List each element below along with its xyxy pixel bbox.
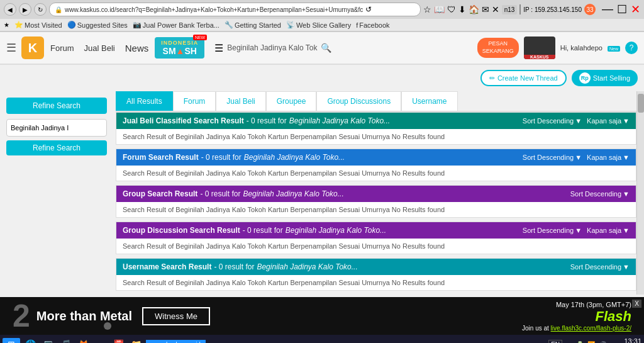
ad-number: 2	[13, 298, 30, 334]
witness-me-button[interactable]: Witness Me	[142, 307, 210, 325]
result-title-jual-beli: Jual Beli Classified Search Result	[123, 116, 244, 125]
bookmark-most-visited[interactable]: ⭐ Most Visited	[14, 21, 62, 29]
bookmark-facebook[interactable]: f Facebook	[356, 21, 389, 29]
result-forum: Forum Search Result - 0 result for Begin…	[116, 149, 636, 181]
search-sidebar-input[interactable]	[6, 119, 107, 137]
star-icon[interactable]: ☆	[423, 4, 431, 14]
pesan-button[interactable]: PESANSEKARANG	[477, 38, 519, 57]
home-icon[interactable]: 🏠	[469, 4, 479, 14]
result-body-username: Search Result of Beginilah Jadinya Kalo …	[116, 275, 636, 290]
search-preview-text: Beginilah Jadinya Kalo Tok	[227, 43, 317, 52]
browser-right-icons: ☆ 📖 🛡 ⬇ 🏠 ✉ ✕ n13 IP : 159.253.145.150 3…	[423, 4, 596, 15]
sort-dropdown-forum[interactable]: Sort Descending ▼	[523, 154, 582, 161]
result-count-jual-beli: - 0 result for	[247, 116, 287, 125]
bookmark-web-slice[interactable]: 📡 Web Slice Gallery	[286, 21, 351, 29]
result-count-username: - 0 result for	[214, 262, 254, 271]
result-username: Username Search Result - 0 result for Be…	[116, 258, 636, 291]
result-count-group: - 0 result for	[200, 189, 240, 198]
help-icon[interactable]: ?	[625, 42, 638, 54]
scrollbar[interactable]	[636, 91, 644, 295]
sort-dropdown-jual-beli[interactable]: Sort Descending ▼	[523, 117, 582, 125]
close-browser-icon[interactable]: ✕	[631, 3, 640, 16]
tab-forum[interactable]: Forum	[173, 91, 216, 111]
result-query-username: Beginilah Jadinya Kalo Toko...	[257, 262, 357, 271]
taskbar-firefox-icon[interactable]: 🦊	[75, 337, 91, 343]
bookmarks-bar: ★ ⭐ Most Visited 🔵 Suggested Sites 📷 Jua…	[0, 19, 644, 31]
nav-jual-beli[interactable]: Jual Beli	[84, 43, 115, 53]
sort-dropdown-username[interactable]: Sort Descending ▼	[570, 263, 630, 271]
language-indicator[interactable]: EN	[548, 340, 562, 344]
create-thread-icon: ✏	[489, 74, 495, 82]
taskbar-explorer-icon[interactable]: 💻	[40, 337, 55, 343]
menu-sub-icon[interactable]: ☰	[214, 42, 223, 54]
bookmark-icon[interactable]: 📖	[434, 4, 445, 14]
notif-icon1[interactable]: ▲	[566, 341, 572, 344]
notif-icon3[interactable]: 📶	[587, 341, 595, 344]
refresh-button[interactable]: ↻	[34, 3, 47, 16]
refine-search-top-button[interactable]: Refine Search	[6, 98, 107, 114]
hamburger-menu[interactable]: ☰	[6, 41, 16, 55]
taskbar-chrome-icon[interactable]: ●	[93, 337, 108, 343]
result-sort-area-username: Sort Descending ▼	[570, 263, 630, 271]
rp-icon: Rp	[579, 72, 591, 84]
result-title-username: Username Search Result	[123, 262, 211, 271]
start-button[interactable]: ⊞	[3, 338, 20, 343]
ad-link[interactable]: live.flash3c.com/flash-plus-2/	[551, 325, 631, 332]
kapan-dropdown-jual-beli[interactable]: Kapan saja ▼	[587, 117, 630, 125]
download-icon[interactable]: ⬇	[458, 4, 466, 14]
result-query-forum: Beginilah Jadinya Kalo Toko...	[244, 153, 345, 162]
maximize-icon[interactable]: ☐	[617, 3, 627, 16]
minimize-icon[interactable]: —	[602, 3, 613, 16]
taskbar-folder-icon[interactable]: 📁	[128, 337, 143, 343]
sort-dropdown-group[interactable]: Sort Descending ▼	[570, 190, 630, 198]
result-body-group: Search Result of Beginilah Jadinya Kalo …	[116, 202, 636, 217]
result-header-group-discussion: Group Discussion Search Result - 0 resul…	[116, 222, 636, 239]
refine-search-button[interactable]: Refine Search	[6, 140, 107, 155]
smash-thumbnail[interactable]: KASKUS	[524, 37, 555, 59]
smash-logo: INDONESIA SM▲SH	[155, 37, 204, 59]
ad-circle-indicator[interactable]	[104, 322, 111, 330]
taskbar-ie-icon[interactable]: 🌐	[23, 337, 38, 343]
bookmark-suggested[interactable]: 🔵 Suggested Sites	[67, 21, 128, 29]
sort-dropdown-group-discussion[interactable]: Sort Descending ▼	[523, 227, 582, 234]
tab-all-results[interactable]: All Results	[116, 91, 173, 111]
mail-icon[interactable]: ✉	[482, 4, 489, 14]
address-bar[interactable]: 🔒 www.kaskus.co.id/search?q=Beginilah+Ja…	[49, 3, 421, 16]
kapan-dropdown-group-discussion[interactable]: Kapan saja ▼	[587, 227, 630, 234]
kaskus-logo[interactable]: K	[21, 37, 44, 59]
start-selling-button[interactable]: Rp Start Selling	[572, 70, 638, 86]
kapan-dropdown-forum[interactable]: Kapan saja ▼	[587, 154, 630, 161]
notif-icon4[interactable]: 🔊	[599, 341, 606, 344]
notif-icon2[interactable]: 🔋	[576, 341, 584, 344]
tab-username[interactable]: Username	[401, 91, 457, 111]
back-button[interactable]: ◀	[4, 3, 16, 16]
shield-icon[interactable]: 🛡	[447, 4, 456, 14]
create-thread-button[interactable]: ✏ Create New Thread	[480, 70, 567, 86]
result-header-username: Username Search Result - 0 result for Be…	[116, 259, 636, 275]
close-icon-x[interactable]: ✕	[492, 4, 499, 14]
refresh-in-bar[interactable]: ↺	[365, 5, 372, 14]
forward-button[interactable]: ▶	[19, 3, 31, 16]
tab-group-discussions[interactable]: Group Discussions	[316, 91, 401, 111]
bookmark-jual[interactable]: 📷 Jual Power Bank Terba...	[133, 21, 219, 29]
taskbar-media-icon[interactable]: 🎵	[58, 337, 73, 343]
taskbar-calendar-icon[interactable]: 📅	[111, 337, 126, 343]
result-count-forum: - 0 result for	[201, 153, 242, 162]
bookmark-getting-started[interactable]: 🔧 Getting Started	[225, 21, 281, 29]
new-notification: New	[608, 43, 620, 52]
result-title-group-discussion: Group Discussion Search Result	[123, 226, 240, 235]
result-sort-area-jual-beli: Sort Descending ▼ Kapan saja ▼	[523, 117, 630, 125]
search-icon[interactable]: 🔍	[321, 43, 331, 53]
smash-logo-container[interactable]: INDONESIA SM▲SH NEW	[155, 37, 204, 59]
bookmark-star[interactable]: ★	[4, 21, 9, 28]
ad-close-button[interactable]: X	[632, 300, 641, 308]
nav-forum[interactable]: Forum	[50, 43, 74, 53]
result-title-forum: Forum Search Result	[123, 153, 199, 162]
taskbar-active-window[interactable]: www.kaskus.co.id	[146, 340, 206, 344]
nav-news[interactable]: News	[125, 43, 149, 53]
sidebar: Refine Search Refine Search	[0, 91, 113, 295]
site-header: ☰ K Forum Jual Beli News INDONESIA SM▲SH…	[0, 32, 644, 65]
scrollbar-thumb[interactable]	[638, 94, 644, 113]
tab-groupee[interactable]: Groupee	[266, 91, 317, 111]
tab-jual-beli[interactable]: Jual Beli	[216, 91, 265, 111]
